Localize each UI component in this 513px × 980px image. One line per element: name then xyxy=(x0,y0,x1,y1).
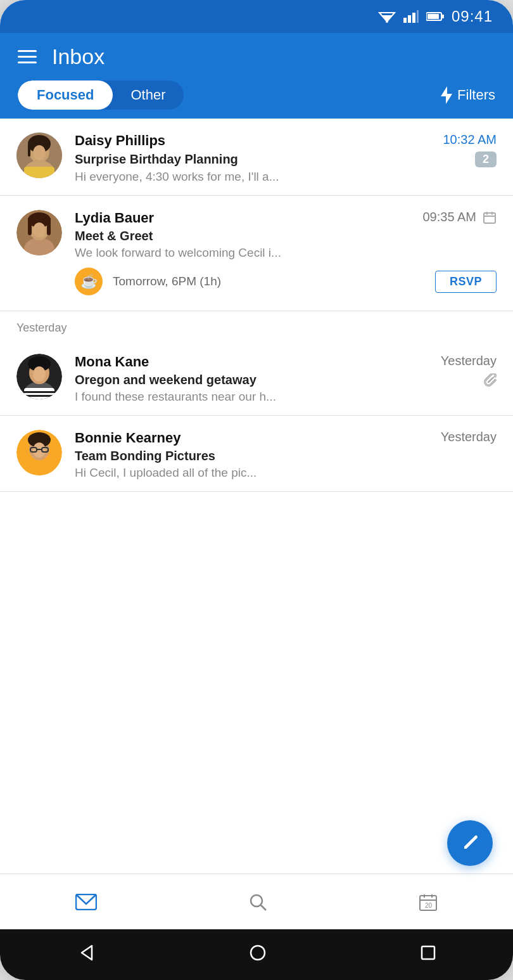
status-icons: 09:41 xyxy=(378,8,493,25)
status-bar: 09:41 xyxy=(0,0,513,33)
recents-button[interactable] xyxy=(420,945,436,965)
svg-marker-55 xyxy=(82,946,92,960)
battery-icon xyxy=(426,11,444,22)
svg-rect-37 xyxy=(24,395,54,397)
phone-frame: 09:41 Inbox Focused Other Filters xyxy=(0,0,513,980)
svg-rect-7 xyxy=(417,10,419,23)
svg-point-48 xyxy=(251,895,262,906)
tab-group: Focused Other xyxy=(18,81,184,110)
event-card-lydia: ☕ Tomorrow, 6PM (1h) RSVP xyxy=(75,268,497,295)
tab-focused[interactable]: Focused xyxy=(18,81,113,110)
svg-rect-35 xyxy=(24,388,54,399)
svg-rect-10 xyxy=(442,15,444,18)
app-bar-tabs: Focused Other Filters xyxy=(18,81,495,119)
time-lydia: 09:35 AM xyxy=(422,210,476,224)
preview-daisy: Hi everyone, 4:30 works for me, I'll a..… xyxy=(75,170,379,184)
avatar-mona xyxy=(16,354,62,399)
svg-point-34 xyxy=(33,366,46,382)
cup-icon: ☕ xyxy=(80,273,98,290)
svg-rect-5 xyxy=(408,15,411,23)
avatar-daisy xyxy=(16,132,62,178)
email-content-lydia: Lydia Bauer 09:35 AM Meet & xyxy=(75,210,497,260)
mail-nav-icon xyxy=(75,894,97,910)
calendar-nav-icon: 20 xyxy=(419,893,438,912)
subject-bonnie: Team Bonding Pictures xyxy=(75,449,497,463)
preview-lydia: We look forward to welcoming Cecil i... xyxy=(75,246,379,260)
time-mona: Yesterday xyxy=(441,354,497,368)
preview-bonnie: Hi Cecil, I uploaded all of the pic... xyxy=(75,466,379,480)
svg-rect-9 xyxy=(428,14,439,19)
filters-label: Filters xyxy=(457,87,495,103)
email-content-daisy: Daisy Phillips 10:32 AM Surprise Birthda… xyxy=(75,132,497,184)
svg-rect-16 xyxy=(28,144,30,157)
event-circle: ☕ xyxy=(75,268,103,295)
email-item-bonnie[interactable]: Bonnie Kearney Yesterday Team Bonding Pi… xyxy=(0,416,513,492)
svg-rect-17 xyxy=(24,167,54,178)
sender-daisy: Daisy Phillips xyxy=(75,132,165,149)
svg-point-18 xyxy=(33,145,46,160)
badge-daisy: 2 xyxy=(475,152,497,167)
email-item-mona[interactable]: Mona Kane Yesterday Oregon and weekend g… xyxy=(0,340,513,416)
calendar-attach-icon xyxy=(483,210,497,224)
email-list: Daisy Phillips 10:32 AM Surprise Birthda… xyxy=(0,119,513,874)
svg-rect-26 xyxy=(484,213,495,223)
sender-bonnie: Bonnie Kearney xyxy=(75,430,181,446)
sender-mona: Mona Kane xyxy=(75,354,149,370)
svg-rect-27 xyxy=(486,212,488,215)
rsvp-button[interactable]: RSVP xyxy=(435,271,497,293)
svg-rect-36 xyxy=(24,391,54,393)
status-time: 09:41 xyxy=(452,8,493,25)
email-content-bonnie: Bonnie Kearney Yesterday Team Bonding Pi… xyxy=(75,430,497,480)
signal-icon xyxy=(403,10,419,23)
svg-rect-23 xyxy=(28,217,32,235)
home-button[interactable] xyxy=(248,943,267,967)
email-header-daisy: Daisy Phillips 10:32 AM xyxy=(75,132,497,149)
nav-calendar[interactable]: 20 xyxy=(419,893,438,912)
email-item-daisy[interactable]: Daisy Phillips 10:32 AM Surprise Birthda… xyxy=(0,119,513,196)
email-header-mona: Mona Kane Yesterday xyxy=(75,354,497,370)
subject-lydia: Meet & Greet xyxy=(75,229,497,243)
section-yesterday: Yesterday xyxy=(0,311,513,340)
bottom-nav: 20 xyxy=(0,874,513,929)
event-time: Tomorrow, 6PM (1h) xyxy=(113,274,425,288)
bolt-icon xyxy=(441,86,452,104)
hamburger-menu[interactable] xyxy=(18,50,37,63)
avatar-lydia xyxy=(16,210,62,255)
svg-text:20: 20 xyxy=(425,902,433,909)
email-content-mona: Mona Kane Yesterday Oregon and weekend g… xyxy=(75,354,497,404)
time-bonnie: Yesterday xyxy=(441,430,497,444)
svg-rect-28 xyxy=(491,212,493,215)
svg-line-49 xyxy=(261,905,266,910)
sender-lydia: Lydia Bauer xyxy=(75,210,154,226)
svg-rect-57 xyxy=(422,946,434,959)
back-button[interactable] xyxy=(77,943,96,967)
android-nav-bar xyxy=(0,929,513,980)
compose-icon xyxy=(460,833,480,853)
email-header-bonnie: Bonnie Kearney Yesterday xyxy=(75,430,497,446)
svg-rect-6 xyxy=(412,13,415,23)
svg-rect-24 xyxy=(47,217,51,235)
nav-mail[interactable] xyxy=(75,894,97,910)
wifi-icon xyxy=(378,10,396,23)
svg-point-56 xyxy=(251,946,265,960)
subject-mona: Oregon and weekend getaway xyxy=(75,373,497,387)
nav-search[interactable] xyxy=(248,893,267,912)
compose-fab[interactable] xyxy=(447,820,493,866)
filters-button[interactable]: Filters xyxy=(441,86,495,104)
attachment-icon-mona xyxy=(483,373,497,387)
app-title: Inbox xyxy=(52,44,104,69)
app-bar: Inbox Focused Other Filters xyxy=(0,33,513,119)
tab-other[interactable]: Other xyxy=(113,81,183,110)
search-nav-icon xyxy=(248,893,267,912)
preview-mona: I found these restaurants near our h... xyxy=(75,390,379,404)
app-bar-top: Inbox xyxy=(18,44,495,69)
email-item-lydia[interactable]: Lydia Bauer 09:35 AM Meet & xyxy=(0,196,513,311)
svg-point-25 xyxy=(33,222,46,238)
email-header-lydia: Lydia Bauer 09:35 AM xyxy=(75,210,497,226)
subject-daisy: Surprise Birthday Planning 2 xyxy=(75,152,497,167)
svg-rect-4 xyxy=(403,18,407,23)
svg-marker-11 xyxy=(441,86,452,104)
time-daisy: 10:32 AM xyxy=(443,132,497,147)
avatar-bonnie xyxy=(16,430,62,475)
